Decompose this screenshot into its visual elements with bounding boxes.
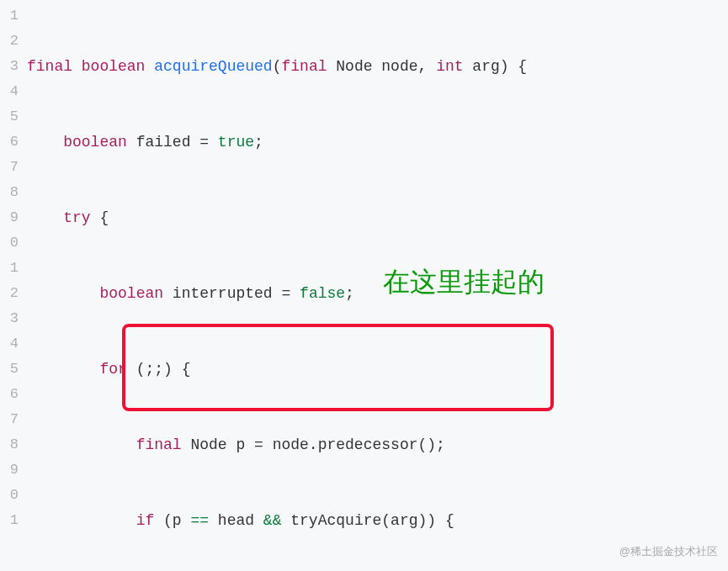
- line-number: 3: [0, 306, 19, 331]
- code-block: 1 2 3 4 5 6 7 8 9 0 1 2 3 4 5 6 7 8 9 0 …: [0, 0, 728, 571]
- annotation-text: 在这里挂起的: [383, 269, 545, 294]
- line-number: 1: [0, 3, 19, 29]
- line-number: 2: [0, 281, 19, 306]
- line-number: 9: [0, 457, 19, 483]
- line-number: 0: [0, 230, 19, 256]
- line-number: 5: [0, 357, 19, 382]
- line-number: 0: [0, 483, 19, 508]
- line-number: 5: [0, 104, 19, 130]
- line-number: 7: [0, 155, 19, 180]
- line-number: 1: [0, 256, 19, 281]
- line-number: 3: [0, 54, 19, 79]
- line-number: 9: [0, 205, 19, 230]
- line-number: 7: [0, 407, 19, 432]
- code-line: try {: [27, 205, 536, 230]
- code-line: if (p == head && tryAcquire(arg)) {: [27, 508, 536, 533]
- code-line: for (;;) {: [27, 357, 536, 382]
- line-number: 4: [0, 331, 19, 357]
- line-number-gutter: 1 2 3 4 5 6 7 8 9 0 1 2 3 4 5 6 7 8 9 0 …: [0, 3, 19, 571]
- watermark-text: @稀土掘金技术社区: [619, 539, 718, 564]
- line-number: 1: [0, 508, 19, 533]
- code-line: final Node p = node.predecessor();: [27, 432, 536, 457]
- line-number: 6: [0, 382, 19, 407]
- line-number: 8: [0, 180, 19, 205]
- line-number: 6: [0, 130, 19, 155]
- code-line: boolean failed = true;: [27, 130, 536, 155]
- line-number: 8: [0, 432, 19, 457]
- line-number: 2: [0, 29, 19, 54]
- code-line: final boolean acquireQueued(final Node n…: [27, 54, 536, 79]
- line-number: 4: [0, 79, 19, 104]
